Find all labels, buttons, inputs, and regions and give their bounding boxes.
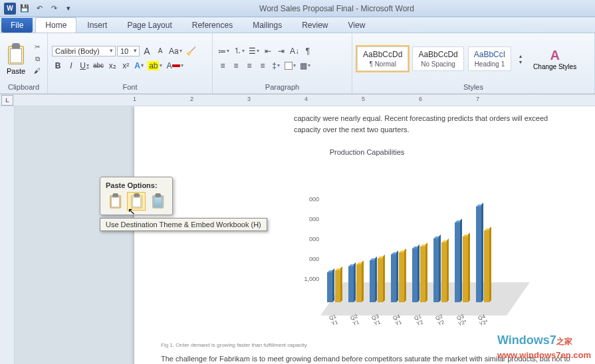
shrink-font-button[interactable]: A [154,45,166,58]
undo-button[interactable]: ↶ [33,3,45,15]
chart-bar [412,248,417,302]
numbering-button[interactable]: ⒈ [232,45,246,58]
style-normal[interactable]: AaBbCcDd ¶ Normal [357,46,408,71]
group-styles: AaBbCcDd ¶ Normal AaBbCcDd No Spacing Aa… [352,33,595,94]
ruler-horizontal[interactable]: L 1234567 [0,94,595,106]
mouse-cursor-icon: ↖ [128,206,136,217]
show-marks-button[interactable]: ¶ [302,45,314,58]
chart-bar [484,230,489,302]
redo-button[interactable]: ↷ [48,3,60,15]
ruler-vertical[interactable] [0,106,15,364]
bold-button[interactable]: B [52,59,64,72]
qat-dropdown[interactable]: ▾ [62,3,74,15]
cut-button[interactable]: ✂ [32,42,43,52]
tab-file[interactable]: File [1,18,33,33]
group-font: Calibri (Body) 10 A A Aa 🧹 B I U abc x₂ … [48,33,213,94]
borders-button[interactable]: ▦ [298,59,312,72]
group-paragraph: ≔ ⒈ ☰ ⇤ ⇥ A↓ ¶ ≡ ≡ ≡ ≡ ‡ ▦ [213,33,352,94]
chart-bar [399,252,404,302]
change-styles-button[interactable]: A Change Styles [529,46,580,72]
word-icon[interactable]: W [4,3,16,15]
change-case-button[interactable]: Aa [168,45,183,58]
chart-bar [433,238,439,302]
tab-insert[interactable]: Insert [78,18,116,33]
bullets-button[interactable]: ≔ [217,45,231,58]
paste-option-keep-source[interactable] [106,192,124,211]
styles-label: Styles [356,83,590,92]
chart-title: Production Capabilities [161,148,573,156]
quick-access-toolbar: W 💾 ↶ ↷ ▾ [0,3,78,15]
chart-bar [356,264,362,302]
body-paragraph-1: capacity were nearly equal. Recent forec… [294,113,573,135]
justify-button[interactable]: ≡ [257,59,269,72]
tab-page-layout[interactable]: Page Layout [118,18,181,33]
line-spacing-button[interactable]: ‡ [270,59,282,72]
highlight-button[interactable]: ab [146,59,164,72]
copy-button[interactable]: ⧉ [32,54,43,64]
chart-bar [370,260,375,302]
underline-button[interactable]: U [78,59,90,72]
subscript-button[interactable]: x₂ [106,59,118,72]
style-no-spacing[interactable]: AaBbCcDd No Spacing [412,46,463,71]
tab-review[interactable]: Review [293,18,337,33]
document-area: capacity were nearly equal. Recent forec… [0,106,595,364]
chart-bar [476,207,481,302]
multilevel-button[interactable]: ☰ [247,45,261,58]
chart-bar [327,272,332,302]
tab-view[interactable]: View [339,18,375,33]
ribbon-tabs: File Home Insert Page Layout References … [0,17,595,33]
tab-mailings[interactable]: Mailings [243,18,291,33]
tab-references[interactable]: References [183,18,242,33]
paste-options-title: Paste Options: [106,181,167,189]
grow-font-button[interactable]: A [141,45,153,58]
tab-home[interactable]: Home [35,17,76,33]
font-label: Font [52,83,208,92]
chart-bar [348,266,354,302]
text-effects-button[interactable]: A [133,59,145,72]
embedded-chart[interactable]: Orders Capacity 1,000000000000000Q1Y1Q2Y… [161,163,573,335]
strikethrough-button[interactable]: abc [92,59,105,72]
increase-indent-button[interactable]: ⇥ [275,45,287,58]
chart-bar [335,270,340,302]
paste-option-picture[interactable] [148,192,167,211]
superscript-button[interactable]: x² [120,59,132,72]
shading-button[interactable] [283,59,297,72]
styles-more-button[interactable]: ▴▾ [515,52,527,66]
format-painter-button[interactable]: 🖌 [32,66,43,76]
align-center-button[interactable]: ≡ [230,59,242,72]
save-button[interactable]: 💾 [19,3,31,15]
font-color-button[interactable]: A [165,59,184,72]
paste-options-popup: Paste Options: [100,177,173,215]
chart-bar [455,223,460,302]
decrease-indent-button[interactable]: ⇤ [262,45,274,58]
chart-bar [391,254,396,302]
paste-button[interactable]: Paste [4,42,28,76]
paragraph-label: Paragraph [217,83,348,92]
window-title: Word Sales Proposal Final - Microsoft Wo… [78,4,595,13]
paste-label: Paste [7,67,25,75]
align-right-button[interactable]: ≡ [243,59,255,72]
tab-selector[interactable]: L [1,95,13,106]
chart-bar [420,246,425,302]
watermark: Windows7之家 www.windows7en.com [497,333,591,361]
clear-formatting-button[interactable]: 🧹 [185,45,197,58]
italic-button[interactable]: I [65,59,77,72]
group-clipboard: Paste ✂ ⧉ 🖌 Clipboard [0,33,48,94]
chart-bar [441,242,447,302]
sort-button[interactable]: A↓ [289,45,300,58]
clipboard-icon [7,43,25,66]
paste-option-tooltip: Use Destination Theme & Embed Workbook (… [100,218,267,231]
chart-bar [378,258,383,302]
document-page[interactable]: capacity were nearly equal. Recent forec… [134,106,595,364]
ribbon: Paste ✂ ⧉ 🖌 Clipboard Calibri (Body) 10 … [0,33,595,94]
clipboard-label: Clipboard [4,83,43,92]
page-viewport[interactable]: capacity were nearly equal. Recent forec… [15,106,595,364]
style-heading1[interactable]: AaBbCcI Heading 1 [468,46,511,71]
title-bar: W 💾 ↶ ↷ ▾ Word Sales Proposal Final - Mi… [0,0,595,17]
font-size-combo[interactable]: 10 [117,46,140,56]
font-family-combo[interactable]: Calibri (Body) [52,46,116,56]
chart-bar [463,236,468,302]
align-left-button[interactable]: ≡ [217,59,229,72]
